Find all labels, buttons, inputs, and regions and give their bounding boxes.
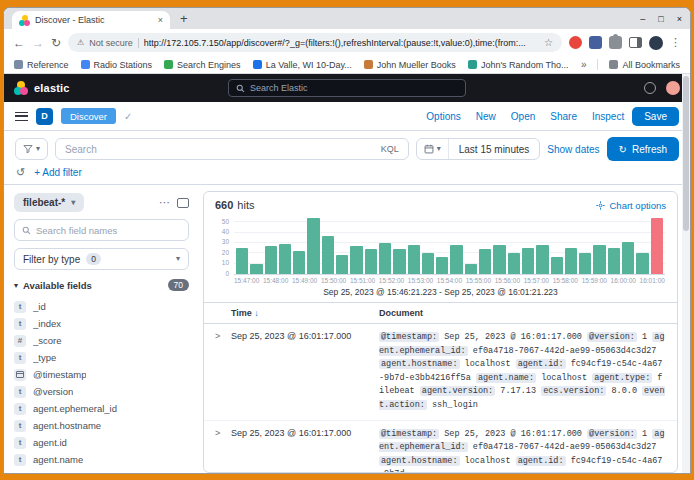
- save-button[interactable]: Save: [632, 107, 679, 126]
- menu-item-share[interactable]: Share: [550, 111, 577, 122]
- space-badge[interactable]: D: [36, 108, 53, 125]
- expand-row-button[interactable]: >: [215, 331, 231, 341]
- time-range-value[interactable]: Last 15 minutes: [449, 144, 540, 155]
- field-item[interactable]: tagent.ephemeral_id: [14, 400, 189, 417]
- expand-row-button[interactable]: >: [215, 428, 231, 438]
- kql-selector[interactable]: KQL: [381, 144, 399, 154]
- histogram-bar[interactable]: [436, 257, 448, 274]
- histogram-bar[interactable]: [450, 245, 462, 274]
- all-bookmarks[interactable]: All Bookmarks: [609, 60, 680, 70]
- bookmark-item[interactable]: John's Random Tho...: [468, 60, 569, 70]
- warning-icon[interactable]: ⚠: [77, 38, 84, 47]
- global-search-input[interactable]: [250, 83, 458, 93]
- field-item[interactable]: t_index: [14, 315, 189, 332]
- histogram-bar[interactable]: [636, 253, 648, 274]
- back-icon[interactable]: ←: [13, 37, 25, 49]
- bookmark-item[interactable]: La Valle, WI 10-Day...: [253, 60, 352, 70]
- help-icon[interactable]: [644, 82, 656, 94]
- menu-item-open[interactable]: Open: [511, 111, 535, 122]
- extension-icon-blue[interactable]: [589, 36, 602, 49]
- histogram-bar[interactable]: [565, 248, 577, 274]
- bookmarks-overflow-icon[interactable]: »: [581, 59, 587, 70]
- histogram-bar[interactable]: [508, 253, 520, 274]
- profile-avatar[interactable]: [649, 36, 663, 50]
- menu-item-inspect[interactable]: Inspect: [592, 111, 624, 122]
- global-search[interactable]: [228, 79, 466, 97]
- histogram-bar[interactable]: [422, 253, 434, 274]
- histogram-bar[interactable]: [279, 244, 291, 274]
- histogram-bar[interactable]: [479, 249, 491, 274]
- query-input-box[interactable]: KQL: [55, 138, 409, 160]
- refresh-button[interactable]: ↻ Refresh: [607, 137, 679, 161]
- bookmark-item[interactable]: Radio Stations: [81, 60, 153, 70]
- histogram-bar[interactable]: [651, 218, 663, 274]
- field-search-input[interactable]: [36, 225, 181, 236]
- field-item[interactable]: t@version: [14, 383, 189, 400]
- bookmark-item[interactable]: Reference: [14, 60, 69, 70]
- address-bar[interactable]: ⚠ Not secure http://172.105.7.150/app/di…: [68, 33, 562, 52]
- browser-tab[interactable]: Discover - Elastic ×: [12, 11, 170, 29]
- field-item[interactable]: t_type: [14, 349, 189, 366]
- field-item[interactable]: #_score: [14, 332, 189, 349]
- window-minimize-icon[interactable]: –: [640, 14, 645, 24]
- column-time[interactable]: Time ↓: [231, 308, 379, 318]
- histogram-bar[interactable]: [365, 249, 377, 274]
- field-item[interactable]: tagent.id: [14, 434, 189, 451]
- index-options-icon[interactable]: ⋯: [159, 196, 170, 209]
- browser-menu-icon[interactable]: ⋮: [670, 36, 681, 49]
- tab-close-icon[interactable]: ×: [158, 15, 163, 25]
- new-tab-button[interactable]: +: [180, 12, 188, 25]
- add-filter-link[interactable]: + Add filter: [34, 167, 82, 178]
- histogram-bar[interactable]: [493, 245, 505, 274]
- histogram-bar[interactable]: [379, 243, 391, 274]
- bookmark-star-icon[interactable]: ☆: [544, 37, 553, 48]
- query-history-icon[interactable]: ↺: [16, 167, 25, 178]
- index-pattern-selector[interactable]: filebeat-* ▾: [14, 193, 84, 212]
- filter-by-type[interactable]: Filter by type 0 ▾: [14, 248, 189, 270]
- histogram-bar[interactable]: [293, 251, 305, 274]
- bookmark-item[interactable]: Search Engines: [164, 60, 241, 70]
- field-search-box[interactable]: [14, 219, 189, 241]
- histogram-bar[interactable]: [307, 218, 319, 274]
- extensions-puzzle-icon[interactable]: [609, 36, 622, 49]
- histogram-bar[interactable]: [608, 248, 620, 274]
- collapse-sidebar-icon[interactable]: [177, 198, 189, 208]
- window-maximize-icon[interactable]: □: [658, 14, 663, 24]
- histogram-bar[interactable]: [336, 255, 348, 274]
- reload-icon[interactable]: ↻: [51, 37, 61, 49]
- calendar-button[interactable]: ▾: [417, 139, 449, 159]
- page-scrollbar[interactable]: [682, 74, 690, 473]
- field-item[interactable]: @timestamp: [14, 366, 189, 383]
- histogram-bar[interactable]: [536, 245, 548, 274]
- window-close-icon[interactable]: ×: [677, 14, 682, 24]
- bookmark-item[interactable]: John Mueller Books: [364, 60, 456, 70]
- menu-item-options[interactable]: Options: [426, 111, 460, 122]
- side-panel-icon[interactable]: [629, 37, 642, 48]
- saved-query-button[interactable]: ▾: [15, 138, 48, 160]
- field-item[interactable]: tagent.name: [14, 451, 189, 468]
- histogram-bar[interactable]: [622, 242, 634, 274]
- histogram-bar[interactable]: [265, 246, 277, 274]
- field-item[interactable]: t_id: [14, 298, 189, 315]
- available-fields-header[interactable]: ▾ Available fields 70: [14, 279, 189, 291]
- field-item[interactable]: tagent.hostname: [14, 417, 189, 434]
- menu-item-new[interactable]: New: [476, 111, 496, 122]
- histogram-bar[interactable]: [393, 249, 405, 274]
- histogram-bar[interactable]: [551, 257, 563, 274]
- menu-icon[interactable]: [15, 112, 28, 121]
- elastic-logo[interactable]: [14, 81, 28, 95]
- histogram-bar[interactable]: [579, 253, 591, 274]
- histogram-bar[interactable]: [250, 264, 262, 274]
- histogram-bar[interactable]: [350, 246, 362, 274]
- scrollbar-thumb[interactable]: [683, 76, 689, 231]
- histogram-bar[interactable]: [408, 245, 420, 274]
- histogram-bar[interactable]: [236, 248, 248, 274]
- histogram-bar[interactable]: [465, 264, 477, 274]
- show-dates-link[interactable]: Show dates: [547, 144, 599, 155]
- histogram-bar[interactable]: [593, 245, 605, 274]
- user-avatar[interactable]: [666, 81, 680, 95]
- histogram-bar[interactable]: [322, 236, 334, 274]
- extension-icon-red[interactable]: [569, 36, 582, 49]
- histogram-bar[interactable]: [522, 248, 534, 274]
- breadcrumb[interactable]: Discover: [61, 108, 116, 124]
